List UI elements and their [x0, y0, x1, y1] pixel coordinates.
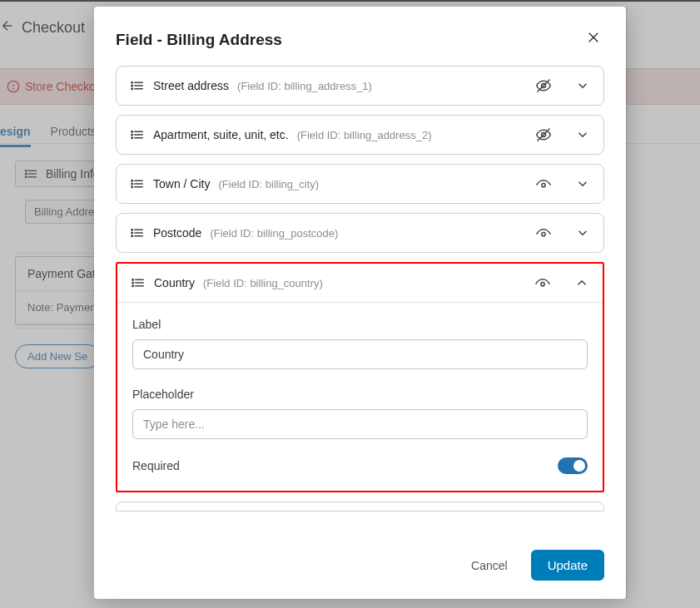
eye-off-icon[interactable] — [535, 126, 552, 143]
modal-header: Field - Billing Address — [94, 7, 626, 62]
eye-icon[interactable] — [534, 274, 551, 291]
svg-point-37 — [132, 230, 133, 231]
svg-point-24 — [132, 137, 133, 139]
drag-handle-icon[interactable] — [130, 78, 145, 93]
chevron-down-icon[interactable] — [575, 78, 590, 93]
label-field-label: Label — [132, 318, 588, 331]
field-row-country-header[interactable]: Country (Field ID: billing_country) — [117, 264, 603, 303]
svg-point-45 — [132, 282, 134, 284]
placeholder-field-label: Placeholder — [132, 388, 588, 401]
field-label: Apartment, suite, unit, etc. — [153, 128, 289, 141]
svg-point-46 — [132, 285, 134, 287]
chevron-down-icon[interactable] — [575, 225, 590, 240]
svg-point-31 — [132, 183, 133, 185]
drag-handle-icon[interactable] — [130, 127, 145, 142]
field-id: (Field ID: billing_address_1) — [237, 80, 372, 92]
svg-point-39 — [132, 235, 133, 237]
drag-handle-icon[interactable] — [130, 176, 145, 191]
label-input[interactable] — [132, 339, 588, 369]
field-id: (Field ID: billing_city) — [218, 178, 319, 190]
drag-handle-icon[interactable] — [131, 275, 146, 290]
svg-point-30 — [132, 180, 133, 182]
field-label: Street address — [153, 79, 229, 92]
field-row-next-partial[interactable] — [116, 502, 604, 512]
modal-body: Street address (Field ID: billing_addres… — [94, 62, 626, 535]
svg-point-40 — [542, 233, 545, 236]
field-row-country: Country (Field ID: billing_country) Labe… — [116, 262, 604, 492]
svg-point-14 — [132, 82, 133, 84]
modal: Field - Billing Address Street address (… — [94, 7, 626, 599]
required-label: Required — [132, 459, 180, 472]
close-icon[interactable] — [583, 27, 604, 52]
field-row-town-city[interactable]: Town / City (Field ID: billing_city) — [116, 164, 604, 204]
field-id: (Field ID: billing_country) — [203, 277, 323, 289]
svg-point-32 — [132, 186, 133, 188]
field-body-country: Label Placeholder Required — [117, 303, 603, 491]
field-id: (Field ID: billing_address_2) — [297, 129, 432, 141]
chevron-up-icon[interactable] — [574, 275, 589, 290]
field-row-apartment[interactable]: Apartment, suite, unit, etc. (Field ID: … — [116, 115, 604, 155]
field-label: Town / City — [153, 177, 210, 190]
svg-point-44 — [132, 279, 134, 281]
field-row-postcode[interactable]: Postcode (Field ID: billing_postcode) — [116, 213, 604, 253]
svg-point-16 — [132, 88, 133, 90]
svg-point-38 — [132, 232, 133, 234]
modal-footer: Cancel Update — [94, 535, 626, 599]
svg-point-47 — [541, 283, 544, 286]
svg-point-33 — [542, 184, 545, 187]
svg-point-15 — [132, 85, 133, 87]
chevron-down-icon[interactable] — [575, 176, 590, 191]
cancel-button[interactable]: Cancel — [471, 559, 508, 572]
update-button[interactable]: Update — [531, 550, 604, 581]
chevron-down-icon[interactable] — [575, 127, 590, 142]
required-toggle[interactable] — [558, 457, 588, 474]
eye-icon[interactable] — [535, 225, 552, 241]
field-row-street-address[interactable]: Street address (Field ID: billing_addres… — [116, 66, 604, 106]
svg-point-22 — [132, 131, 133, 133]
drag-handle-icon[interactable] — [130, 225, 145, 240]
eye-icon[interactable] — [535, 175, 552, 192]
svg-point-23 — [132, 134, 133, 136]
eye-off-icon[interactable] — [535, 77, 552, 94]
placeholder-input[interactable] — [132, 409, 588, 439]
modal-title: Field - Billing Address — [116, 31, 282, 49]
field-label: Country — [154, 276, 195, 289]
field-label: Postcode — [153, 226, 201, 240]
field-id: (Field ID: billing_postcode) — [210, 227, 338, 240]
